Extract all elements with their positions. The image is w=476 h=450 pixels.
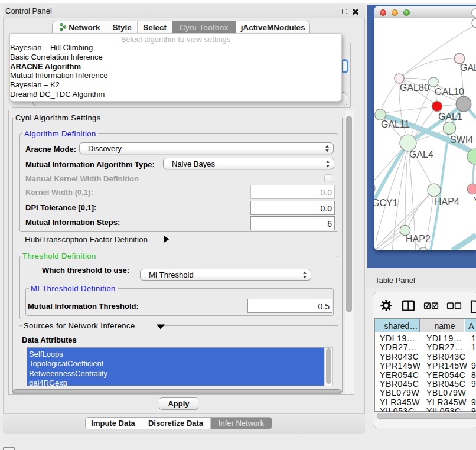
svg-text:HAP2: HAP2 [406,234,431,244]
svg-text:GAL80: GAL80 [400,83,429,93]
svg-text:GAL11: GAL11 [381,119,410,129]
svg-text:GAL4: GAL4 [409,149,433,159]
svg-text:GCY1: GCY1 [374,198,398,208]
svg-text:GAL10: GAL10 [435,87,464,97]
svg-text:HAP4: HAP4 [435,197,459,207]
svg-text:GAL1: GAL1 [438,112,462,122]
svg-text:GAL: GAL [460,63,476,73]
svg-text:SWI4: SWI4 [450,135,473,145]
svg-text:Y: Y [474,196,476,206]
